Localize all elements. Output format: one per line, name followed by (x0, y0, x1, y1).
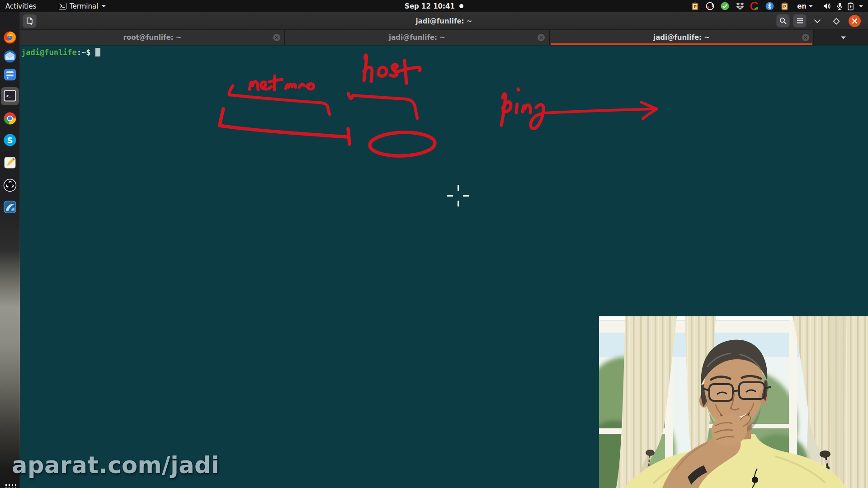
close-icon (804, 36, 807, 39)
clock-menu[interactable]: Sep 12 10:41 (405, 0, 463, 12)
close-button[interactable] (849, 15, 861, 27)
maximize-button[interactable] (831, 16, 842, 27)
dock: >_ S (0, 12, 20, 488)
minimize-icon (814, 19, 821, 23)
svg-text:S: S (7, 136, 13, 145)
clock-label: Sep 12 10:41 (405, 2, 455, 10)
terminal-app-icon (59, 3, 66, 9)
app-menu[interactable]: Terminal (53, 0, 112, 12)
close-icon (852, 18, 858, 24)
minimize-button[interactable] (812, 16, 823, 27)
battery-icon (848, 2, 854, 10)
prompt-dollar: $ (86, 48, 90, 57)
chevron-down-icon (840, 36, 846, 40)
dock-item-skype[interactable]: S (3, 133, 17, 147)
prompt-path: ~ (81, 48, 86, 57)
svg-text:>_: >_ (6, 94, 11, 98)
system-status-menu[interactable] (821, 2, 865, 10)
dock-item-obs-studio[interactable] (3, 178, 17, 192)
keyboard-layout-menu[interactable]: en (795, 2, 815, 10)
clipboard-manager-icon[interactable]: P (691, 2, 699, 10)
new-tab-button[interactable] (23, 14, 37, 28)
tab-close-button[interactable] (802, 34, 809, 41)
chevron-down-icon (101, 5, 106, 8)
dock-item-firefox[interactable] (3, 31, 17, 44)
tab-close-button[interactable] (538, 34, 545, 41)
tab-label: jadi@funlife: ~ (389, 33, 445, 42)
webcam-overlay (599, 316, 868, 488)
microphone-icon (837, 2, 843, 10)
maximize-icon (833, 18, 840, 25)
crosshair-dash (458, 185, 459, 191)
chevron-down-icon (859, 5, 863, 8)
bluetooth-icon[interactable] (765, 2, 774, 10)
crosshair-dash (447, 195, 453, 197)
dock-item-chrome[interactable] (3, 112, 17, 125)
tab-jadi-funlife-2-active[interactable]: jadi@funlife: ~ (549, 30, 814, 45)
search-button[interactable] (776, 14, 790, 28)
crosshair-dash (458, 201, 459, 206)
new-tab-icon (26, 17, 33, 25)
close-icon (275, 36, 278, 39)
svg-text:P: P (693, 4, 697, 9)
window-title: jadi@funlife: ~ (20, 12, 868, 30)
keyboard-layout-label: en (797, 2, 807, 10)
terminal-cursor (95, 48, 100, 56)
close-icon (539, 36, 543, 39)
recording-indicator-icon (459, 4, 463, 8)
show-applications-button[interactable] (4, 483, 16, 488)
prompt-colon: : (77, 48, 81, 57)
tab-list-dropdown[interactable] (818, 30, 868, 45)
tab-close-button[interactable] (273, 34, 280, 41)
search-icon (779, 17, 787, 24)
dock-item-wireshark[interactable] (3, 200, 17, 214)
hamburger-icon (797, 18, 803, 23)
tab-label: root@funlife: ~ (123, 33, 182, 42)
prompt-user-host: jadi@funlife (21, 48, 77, 57)
crosshair-dash (463, 195, 469, 197)
header-bar: jadi@funlife: ~ (20, 12, 868, 30)
tab-bar: root@funlife: ~ jadi@funlife: ~ jadi@fun… (20, 30, 868, 45)
obs-tray-icon[interactable] (706, 2, 714, 10)
app-menu-label: Terminal (70, 2, 98, 10)
svg-text:P: P (783, 4, 786, 9)
lapel-microphone (752, 477, 758, 483)
dock-item-thunderbird[interactable] (3, 50, 17, 63)
clipboard-manager-icon[interactable]: P (780, 2, 789, 10)
top-bar: Activities Terminal Sep 12 10:41 P (0, 0, 868, 12)
dock-item-remmina[interactable] (3, 68, 17, 81)
hamburger-menu-button[interactable] (793, 14, 807, 28)
dock-item-text-editor[interactable] (3, 156, 17, 169)
network-app-icon[interactable] (750, 2, 759, 10)
watermark: aparat.com/jadi (12, 452, 219, 479)
webcam-scene (599, 316, 868, 488)
tab-jadi-funlife-1[interactable]: jadi@funlife: ~ (285, 30, 549, 45)
activities-button[interactable]: Activities (0, 0, 42, 12)
dropbox-icon[interactable] (736, 2, 744, 10)
tab-root-funlife[interactable]: root@funlife: ~ (20, 30, 285, 45)
tab-label: jadi@funlife: ~ (653, 33, 710, 42)
volume-icon (823, 2, 832, 10)
status-ok-icon[interactable] (721, 2, 729, 10)
shell-prompt: jadi@funlife:~$ (21, 48, 100, 57)
chevron-down-icon (808, 5, 813, 8)
desktop: Activities Terminal Sep 12 10:41 P (0, 0, 868, 488)
dock-item-terminal[interactable]: >_ (3, 89, 17, 103)
